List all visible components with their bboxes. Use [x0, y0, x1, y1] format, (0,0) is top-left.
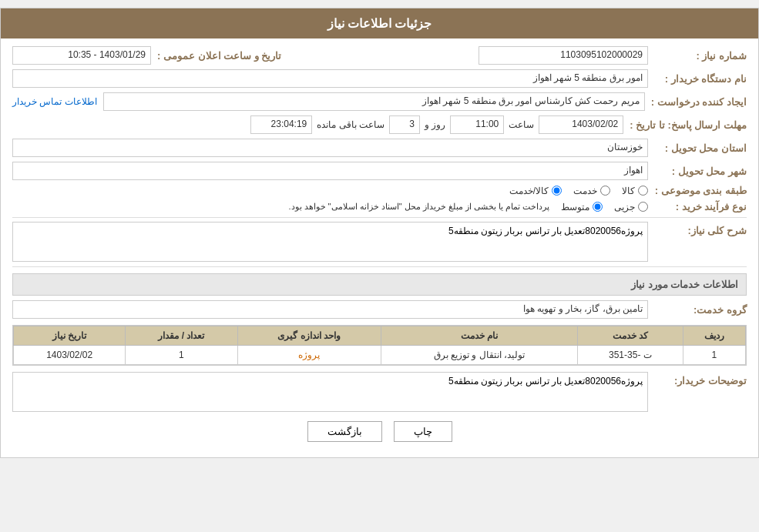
col-header-quantity: تعداد / مقدار [126, 326, 237, 346]
service-group-row: گروه خدمت: تامین برق، گاز، بخار و تهویه … [12, 300, 747, 319]
purchase-type-radio-group: جزیی متوسط پرداخت تمام یا بخشی از مبلغ خ… [12, 202, 648, 212]
col-header-row: ردیف [683, 326, 745, 346]
remaining-time: 23:04:19 [250, 115, 312, 134]
category-option-kala: کالا [622, 186, 648, 196]
purchase-type-option-motavaset: متوسط [561, 202, 603, 212]
col-header-date: تاریخ نیاز [14, 326, 126, 346]
row-purchase-type: نوع فرآیند خرید : جزیی متوسط پرداخت تمام… [12, 201, 747, 212]
service-group-value: تامین برق، گاز، بخار و تهویه هوا [12, 300, 648, 319]
purchase-type-option-jozii: جزیی [614, 202, 648, 212]
response-date-time: 1403/02/02 ساعت 11:00 روز و 3 ساعت باقی … [250, 115, 623, 134]
category-radio-khedmat[interactable] [600, 186, 610, 196]
category-label-khedmat: خدمت [573, 186, 597, 196]
category-radio-kala[interactable] [638, 186, 648, 196]
services-table-container: ردیف کد خدمت نام خدمت واحد اندازه گیری ت… [12, 325, 747, 366]
cell-quantity: 1 [126, 346, 237, 365]
separator-2 [12, 266, 747, 267]
requester-label: ایجاد کننده درخواست : [651, 96, 747, 108]
delivery-city-value: اهواز [12, 162, 648, 180]
purchase-type-label: نوع فرآیند خرید : [654, 201, 747, 212]
buyer-description-textarea: پروژه8020056تعدیل بار ترانس بربار زیتون … [12, 372, 648, 412]
need-number-label: شماره نیاز : [654, 50, 747, 62]
remaining-time-label: ساعت باقی مانده [317, 119, 385, 130]
buyer-description-section-title: توضیحات خریدار: [654, 372, 747, 386]
purchase-type-radio-jozii[interactable] [638, 202, 648, 212]
purchase-type-label-motavaset: متوسط [561, 202, 589, 212]
col-header-unit: واحد اندازه گیری [237, 326, 381, 346]
category-label-kala-khedmat: کالا/خدمت [509, 186, 549, 196]
category-option-khedmat: خدمت [573, 186, 610, 196]
category-radio-kala-khedmat[interactable] [552, 186, 562, 196]
response-time: 11:00 [450, 115, 504, 134]
separator-1 [12, 217, 747, 218]
buyer-station-value: امور برق منطقه 5 شهر اهواز [12, 69, 648, 88]
cell-row-number: 1 [683, 346, 745, 365]
row-city: شهر محل تحویل : اهواز [12, 162, 747, 180]
page-title: جزئیات اطلاعات نیاز [327, 17, 432, 30]
delivery-city-label: شهر محل تحویل : [654, 166, 747, 177]
row-buyer-station: نام دستگاه خریدار : امور برق منطقه 5 شهر… [12, 69, 747, 88]
cell-name: تولید، انتقال و توزیع برق [381, 346, 577, 365]
row-buyer-description: توضیحات خریدار: پروژه8020056تعدیل بار تر… [12, 372, 747, 412]
purchase-type-radio-motavaset[interactable] [593, 202, 603, 212]
category-label: طبقه بندی موضوعی : [654, 185, 747, 196]
row-province: استان محل تحویل : خوزستان [12, 139, 747, 157]
table-row: 1 ت -35-351 تولید، انتقال و توزیع برق پر… [14, 346, 746, 365]
row-requester: ایجاد کننده درخواست : مریم رحمت کش کارشن… [12, 92, 747, 111]
response-date: 1403/02/02 [539, 115, 623, 134]
col-header-code: کد خدمت [577, 326, 683, 346]
row-response-deadline: مهلت ارسال پاسخ: تا تاریخ : 1403/02/02 س… [12, 115, 747, 134]
contact-link[interactable]: اطلاعات تماس خریدار [12, 96, 97, 107]
need-description-textarea: پروژه8020056تعدیل بار ترانس بربار زیتون … [12, 222, 648, 262]
announcement-datetime-label: تاریخ و ساعت اعلان عمومی : [157, 50, 281, 62]
row-category: طبقه بندی موضوعی : کالا خدمت کالا/خدمت [12, 185, 747, 196]
print-button[interactable]: چاپ [394, 421, 452, 442]
service-group-label: گروه خدمت: [654, 304, 747, 316]
purchase-type-note: پرداخت تمام یا بخشی از مبلغ خریداز محل "… [288, 202, 549, 212]
services-table: ردیف کد خدمت نام خدمت واحد اندازه گیری ت… [13, 326, 746, 365]
service-info-section-title: اطلاعات خدمات مورد نیاز [12, 273, 747, 296]
cell-date: 1403/02/02 [14, 346, 126, 365]
row-need-description: شرح کلی نیاز: پروژه8020056تعدیل بار تران… [12, 222, 747, 262]
category-radio-group: کالا خدمت کالا/خدمت [12, 186, 648, 196]
response-time-label: ساعت [509, 119, 534, 130]
delivery-province-value: خوزستان [12, 139, 648, 157]
buttons-row: چاپ بازگشت [12, 421, 747, 442]
response-days-label: روز و [425, 119, 445, 130]
requester-value: مریم رحمت کش کارشناس امور برق منطقه 5 شه… [103, 92, 645, 111]
buyer-station-label: نام دستگاه خریدار : [654, 73, 747, 85]
cell-code: ت -35-351 [577, 346, 683, 365]
page-wrapper: جزئیات اطلاعات نیاز شماره نیاز : 1103095… [0, 8, 759, 458]
content-area: شماره نیاز : 1103095102000029 تاریخ و سا… [1, 38, 758, 457]
announcement-datetime-value: 1403/01/29 - 10:35 [12, 46, 151, 65]
purchase-type-label-jozii: جزیی [614, 202, 635, 212]
col-header-name: نام خدمت [381, 326, 577, 346]
response-deadline-label: مهلت ارسال پاسخ: تا تاریخ : [630, 119, 747, 131]
response-days: 3 [389, 115, 420, 134]
category-option-kala-khedmat: کالا/خدمت [509, 186, 562, 196]
category-label-kala: کالا [622, 186, 635, 196]
need-description-section-title: شرح کلی نیاز: [654, 222, 747, 236]
need-number-value: 1103095102000029 [479, 46, 648, 65]
delivery-province-label: استان محل تحویل : [654, 142, 747, 154]
back-button[interactable]: بازگشت [307, 421, 382, 442]
row-need-number: شماره نیاز : 1103095102000029 تاریخ و سا… [12, 46, 747, 65]
page-header: جزئیات اطلاعات نیاز [1, 8, 758, 38]
cell-unit: پروژه [237, 346, 381, 365]
